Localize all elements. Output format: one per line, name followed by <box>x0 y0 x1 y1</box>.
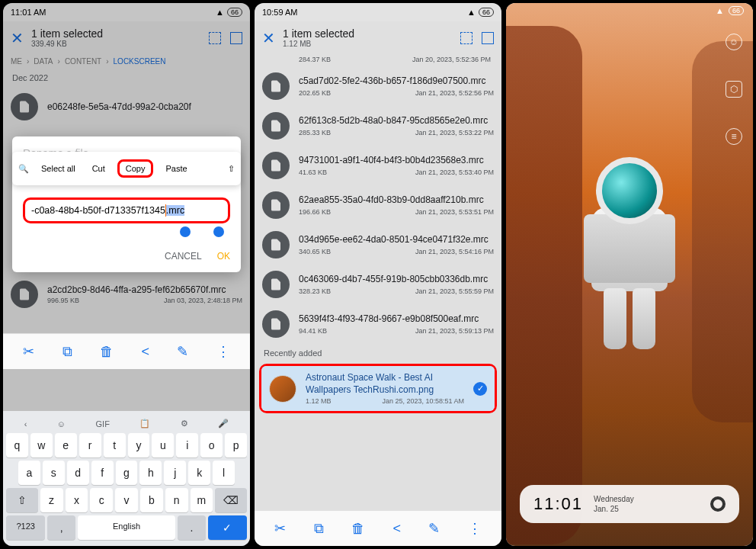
key-shift[interactable]: ⇧ <box>6 488 38 512</box>
status-bar: ▲ 66 <box>716 6 744 15</box>
file-size: 284.37 KB <box>299 56 331 63</box>
paste-button[interactable]: Paste <box>161 161 191 176</box>
delete-icon[interactable]: 🗑 <box>100 344 114 360</box>
cut-icon[interactable]: ✂ <box>23 343 34 360</box>
key-g[interactable]: g <box>116 461 138 485</box>
key-t[interactable]: t <box>104 433 126 458</box>
file-date: Jan 20, 2023, 5:52:36 PM <box>412 56 491 63</box>
file-name: 5639f4f3-4f93-478d-9667-e9b08f500eaf.mrc <box>299 313 494 326</box>
select-all-icon[interactable] <box>460 32 472 44</box>
key-r[interactable]: r <box>79 433 101 458</box>
copy-icon[interactable]: ⧉ <box>314 521 324 537</box>
key-h[interactable]: h <box>139 461 162 485</box>
kb-mic-icon[interactable]: 🎤 <box>218 419 229 429</box>
key-m[interactable]: m <box>191 488 213 512</box>
layers-icon[interactable]: ≡ <box>726 128 742 145</box>
key-o[interactable]: o <box>200 433 223 458</box>
selection-handle[interactable] <box>213 226 224 237</box>
key-symbols[interactable]: ?123 <box>6 515 45 540</box>
edit-icon[interactable]: ✎ <box>428 520 440 537</box>
share-icon[interactable]: ⇧ <box>228 164 235 174</box>
file-row[interactable]: 94731001-a9f1-40f4-b4f3-b0b4d23568e3.mrc… <box>255 146 501 185</box>
file-row[interactable]: 0c463069-d4b7-455f-919b-805cbb0336db.mrc… <box>255 265 501 304</box>
select-all-button[interactable]: Select all <box>37 161 80 176</box>
kb-sticker-icon[interactable]: ☺ <box>57 419 66 429</box>
close-icon[interactable]: ✕ <box>262 29 275 47</box>
key-f[interactable]: f <box>91 461 114 485</box>
key-p[interactable]: p <box>225 433 247 458</box>
file-size: 1.12 MB <box>306 397 332 405</box>
search-icon[interactable]: 🔍 <box>18 164 29 174</box>
key-c[interactable]: c <box>90 488 113 512</box>
key-x[interactable]: x <box>66 488 88 512</box>
key-v[interactable]: v <box>115 488 138 512</box>
file-date: Jan 21, 2023, 5:55:59 PM <box>415 287 494 295</box>
file-date: Jan 21, 2023, 5:59:13 PM <box>415 327 494 335</box>
kb-settings-icon[interactable]: ⚙ <box>181 419 188 429</box>
file-date: Jan 21, 2023, 5:53:40 PM <box>415 169 494 176</box>
kb-gif-button[interactable]: GIF <box>96 419 110 429</box>
key-s[interactable]: s <box>43 461 65 485</box>
key-i[interactable]: i <box>176 433 198 458</box>
key-n[interactable]: n <box>165 488 188 512</box>
file-row[interactable]: 034d965e-ee62-4da0-8501-94ce0471f32e.mrc… <box>255 225 501 265</box>
key-enter[interactable]: ✓ <box>208 515 247 540</box>
more-icon[interactable]: ⋮ <box>468 520 482 537</box>
file-icon <box>262 271 290 298</box>
selection-handle[interactable] <box>180 226 191 237</box>
face-icon[interactable]: ☺ <box>726 34 742 50</box>
file-row-selected[interactable]: Astronaut Space Walk - Best AI Wallpaper… <box>261 366 495 411</box>
file-date: Jan 21, 2023, 5:53:22 PM <box>415 129 494 136</box>
clock-time: 11:01 <box>533 494 583 514</box>
status-bar: 10:59 AM ▲66 <box>255 3 501 21</box>
panel-file-list: 10:59 AM ▲66 ✕ 1 item selected 1.12 MB 2… <box>255 3 501 546</box>
battery-icon: 66 <box>729 6 744 15</box>
key-y[interactable]: y <box>128 433 150 458</box>
select-mode-icon[interactable] <box>482 32 494 44</box>
clock-widget[interactable]: 11:01 Wednesday Jan. 25 <box>520 485 739 523</box>
more-icon[interactable]: ⋮ <box>216 343 230 360</box>
camera-icon[interactable] <box>710 496 726 512</box>
check-icon: ✓ <box>473 382 487 396</box>
copy-icon[interactable]: ⧉ <box>62 344 72 360</box>
file-icon <box>262 231 290 258</box>
key-w[interactable]: w <box>30 433 53 458</box>
section-recent: Recently added <box>255 344 501 362</box>
key-b[interactable]: b <box>140 488 163 512</box>
kb-clipboard-icon[interactable]: 📋 <box>139 419 150 429</box>
file-row[interactable]: 5639f4f3-4f93-478d-9667-e9b08f500eaf.mrc… <box>255 304 501 344</box>
cut-button[interactable]: Cut <box>88 161 110 176</box>
key-q[interactable]: q <box>6 433 28 458</box>
key-e[interactable]: e <box>55 433 77 458</box>
key-l[interactable]: l <box>213 461 235 485</box>
file-icon <box>262 191 290 219</box>
key-period[interactable]: . <box>178 515 206 540</box>
key-u[interactable]: u <box>152 433 174 458</box>
share-icon[interactable]: < <box>141 344 149 360</box>
key-j[interactable]: j <box>164 461 186 485</box>
bottom-toolbar: ✂ ⧉ 🗑 < ✎ ⋮ <box>3 333 250 369</box>
file-row[interactable]: 62f613c8-5d2b-48a0-b847-95cd8565e2e0.mrc… <box>255 106 501 146</box>
key-d[interactable]: d <box>67 461 89 485</box>
settings-icon[interactable]: ⬡ <box>726 81 742 98</box>
kb-chevron-icon[interactable]: ‹ <box>24 419 27 429</box>
rename-input[interactable]: -c0a8-48b4-b50f-d713357f1345.mrc <box>31 204 222 217</box>
edit-icon[interactable]: ✎ <box>177 343 188 360</box>
ok-button[interactable]: OK <box>217 251 230 262</box>
share-icon[interactable]: < <box>392 521 401 537</box>
file-name: 62aea855-35a0-4fd0-83b9-0dd8aaff210b.mrc <box>299 194 494 207</box>
key-z[interactable]: z <box>40 488 63 512</box>
key-backspace[interactable]: ⌫ <box>215 488 247 512</box>
cancel-button[interactable]: CANCEL <box>165 251 202 262</box>
copy-button[interactable]: Copy <box>117 159 154 178</box>
cut-icon[interactable]: ✂ <box>274 520 286 537</box>
key-k[interactable]: k <box>188 461 210 485</box>
file-row[interactable]: c5ad7d02-5fe2-436b-b657-f186d9e07500.mrc… <box>255 66 501 106</box>
app-header: ✕ 1 item selected 1.12 MB <box>255 21 501 54</box>
file-row[interactable]: 62aea855-35a0-4fd0-83b9-0dd8aaff210b.mrc… <box>255 185 501 225</box>
key-comma[interactable]: , <box>47 515 75 540</box>
key-a[interactable]: a <box>18 461 40 485</box>
clock-date: Jan. 25 <box>594 504 634 514</box>
key-space[interactable]: English <box>78 515 175 540</box>
delete-icon[interactable]: 🗑 <box>351 521 365 537</box>
